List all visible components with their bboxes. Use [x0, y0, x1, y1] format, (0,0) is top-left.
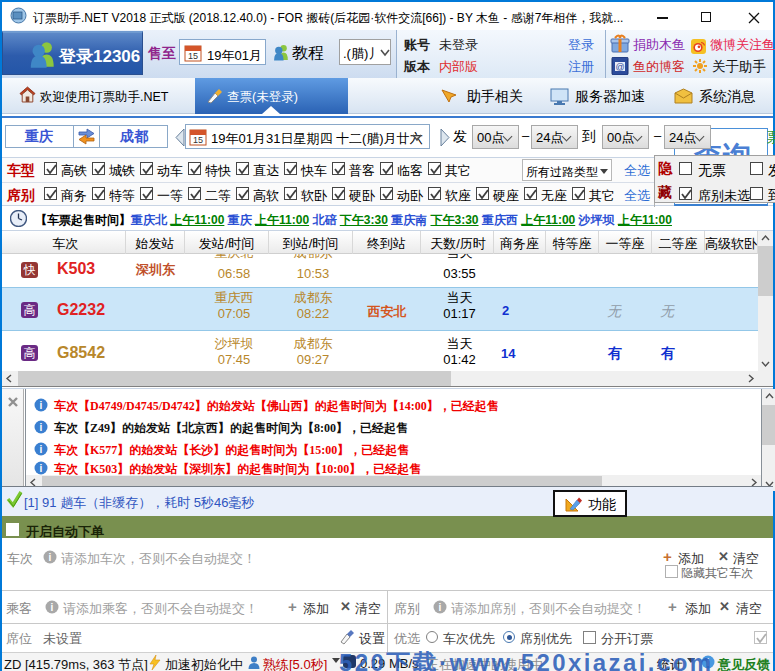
svg-text:i: i [40, 422, 43, 433]
svg-text:i: i [439, 602, 442, 613]
svg-text:@: @ [615, 62, 624, 72]
svg-text:15: 15 [193, 135, 203, 145]
svg-text:i: i [40, 444, 43, 455]
svg-text:15: 15 [188, 51, 198, 61]
svg-text:i: i [40, 400, 43, 411]
svg-text:i: i [40, 463, 43, 474]
svg-text:i: i [51, 602, 54, 613]
svg-text:i: i [49, 552, 52, 563]
